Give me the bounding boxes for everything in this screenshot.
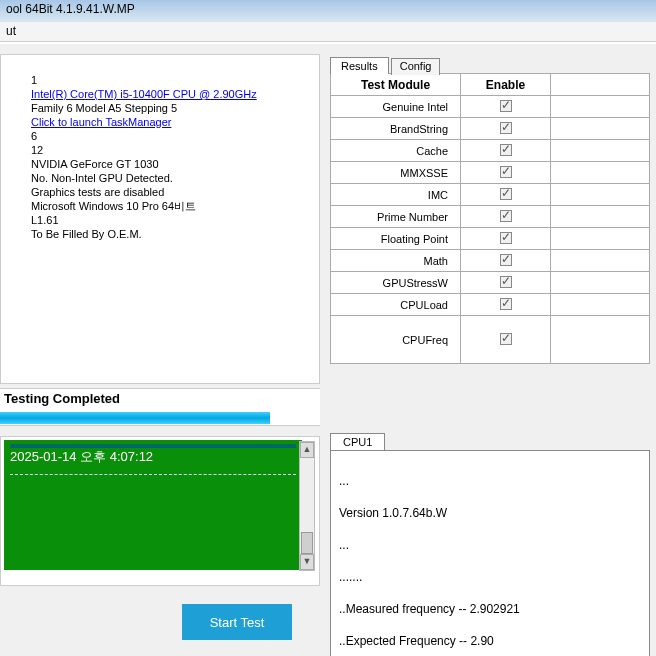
tab-config[interactable]: Config: [391, 58, 441, 75]
enable-checkbox[interactable]: [500, 188, 512, 200]
module-name: CPUFreq: [331, 316, 461, 364]
window-title: ool 64Bit 4.1.9.41.W.MP: [0, 0, 656, 22]
main-area: 1 Intel(R) Core(TM) i5-10400F CPU @ 2.90…: [0, 44, 656, 656]
table-row: Floating Point: [331, 228, 650, 250]
console-panel: 2025-01-14 오후 4:07:12 ▲ ▼: [0, 436, 320, 586]
table-header-row: Test Module Enable: [331, 74, 650, 96]
scroll-thumb[interactable]: [301, 532, 313, 554]
module-name: IMC: [331, 184, 461, 206]
cpu-line: ...: [339, 537, 641, 553]
console-output: 2025-01-14 오후 4:07:12: [4, 440, 302, 570]
table-row: GPUStressW: [331, 272, 650, 294]
module-name: MMXSSE: [331, 162, 461, 184]
test-module-panel: Results Config Test Module Enable Genuin…: [330, 56, 650, 364]
table-row: BrandString: [331, 118, 650, 140]
enable-checkbox[interactable]: [500, 254, 512, 266]
table-row: Math: [331, 250, 650, 272]
table-row: Genuine Intel: [331, 96, 650, 118]
module-name: Cache: [331, 140, 461, 162]
info-cores: 6: [31, 129, 313, 143]
tab-results[interactable]: Results: [330, 57, 389, 74]
l1-version: L1.61: [31, 213, 313, 227]
cpu-tab-strip: CPU1: [330, 432, 650, 450]
enable-checkbox[interactable]: [500, 232, 512, 244]
status-text: Testing Completed: [0, 389, 320, 408]
cpu-line: ...: [339, 473, 641, 489]
module-name: Genuine Intel: [331, 96, 461, 118]
scroll-down-icon[interactable]: ▼: [300, 554, 314, 570]
progress-bar: [0, 412, 270, 424]
status-area: Testing Completed: [0, 388, 320, 426]
os-name: Microsoft Windows 10 Pro 64비트: [31, 199, 313, 213]
gpu-note: No. Non-Intel GPU Detected.: [31, 171, 313, 185]
test-module-table: Test Module Enable Genuine Intel BrandSt…: [330, 73, 650, 364]
tab-strip: Results Config: [330, 56, 650, 73]
col-enable: Enable: [461, 74, 551, 96]
table-row: IMC: [331, 184, 650, 206]
enable-checkbox[interactable]: [500, 122, 512, 134]
scrollbar[interactable]: ▲ ▼: [299, 441, 315, 571]
table-row: MMXSSE: [331, 162, 650, 184]
system-info-panel: 1 Intel(R) Core(TM) i5-10400F CPU @ 2.90…: [0, 54, 320, 384]
tab-cpu1[interactable]: CPU1: [330, 433, 385, 451]
info-cpu-count: 1: [31, 73, 313, 87]
cpu-output: ... Version 1.0.7.64b.W ... ....... ..Me…: [330, 450, 650, 656]
enable-checkbox[interactable]: [500, 210, 512, 222]
graphics-disabled: Graphics tests are disabled: [31, 185, 313, 199]
module-name: Prime Number: [331, 206, 461, 228]
cpu-name-link[interactable]: Intel(R) Core(TM) i5-10400F CPU @ 2.90GH…: [31, 88, 257, 100]
enable-checkbox[interactable]: [500, 333, 512, 345]
gpu-name: NVIDIA GeForce GT 1030: [31, 157, 313, 171]
module-name: Floating Point: [331, 228, 461, 250]
menu-bar[interactable]: ut: [0, 22, 656, 42]
module-name: Math: [331, 250, 461, 272]
module-name: BrandString: [331, 118, 461, 140]
cpu-panel: CPU1 ... Version 1.0.7.64b.W ... .......…: [330, 432, 650, 656]
taskmanager-link[interactable]: Click to launch TaskManager: [31, 116, 171, 128]
table-row: CPUFreq: [331, 316, 650, 364]
module-name: CPULoad: [331, 294, 461, 316]
col-blank: [551, 74, 650, 96]
enable-checkbox[interactable]: [500, 144, 512, 156]
scroll-up-icon[interactable]: ▲: [300, 442, 314, 458]
info-threads: 12: [31, 143, 313, 157]
cpu-version: Version 1.0.7.64b.W: [339, 505, 641, 521]
enable-checkbox[interactable]: [500, 100, 512, 112]
console-timestamp: 2025-01-14 오후 4:07:12: [10, 448, 296, 466]
cpu-expected-freq: ..Expected Frequency -- 2.90: [339, 633, 641, 649]
table-row: Prime Number: [331, 206, 650, 228]
table-row: Cache: [331, 140, 650, 162]
col-test-module: Test Module: [331, 74, 461, 96]
cpu-family: Family 6 Model A5 Stepping 5: [31, 101, 313, 115]
module-name: GPUStressW: [331, 272, 461, 294]
start-test-button[interactable]: Start Test: [182, 604, 292, 640]
table-row: CPULoad: [331, 294, 650, 316]
cpu-line: .......: [339, 569, 641, 585]
enable-checkbox[interactable]: [500, 276, 512, 288]
enable-checkbox[interactable]: [500, 166, 512, 178]
oem-info: To Be Filled By O.E.M.: [31, 227, 313, 241]
enable-checkbox[interactable]: [500, 298, 512, 310]
cpu-measured-freq: ..Measured frequency -- 2.902921: [339, 601, 641, 617]
